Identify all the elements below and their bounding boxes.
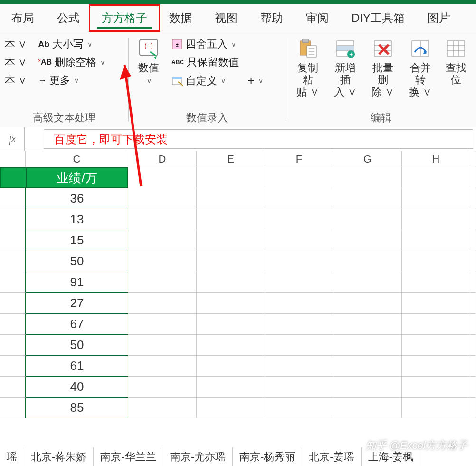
data-cell[interactable]: 50 (26, 335, 128, 356)
text-opt-3[interactable]: 本 ∨ (5, 73, 27, 87)
svg-text:±: ± (176, 42, 179, 48)
col-header[interactable]: G (333, 151, 402, 167)
formula-bar: fx 百度它，即可下载安装 (0, 127, 476, 151)
case-icon: Ab (38, 39, 49, 49)
sheet-tab[interactable]: 南京-尤亦瑶 (163, 447, 233, 466)
svg-text:(−): (−) (144, 42, 153, 49)
round-icon: ± (171, 39, 183, 50)
data-cell[interactable]: 61 (26, 356, 128, 377)
tab-review[interactable]: 审阅 (295, 10, 340, 26)
sheet-tab[interactable]: 南京-杨秀丽 (233, 447, 302, 466)
custom-icon (171, 75, 183, 87)
ribbon-tabs: 布局 公式 方方格子 数据 视图 帮助 审阅 DIY工具箱 图片 (0, 4, 476, 32)
tab-view[interactable]: 视图 (203, 10, 249, 26)
data-cell[interactable]: 50 (26, 251, 128, 272)
svg-rect-5 (172, 77, 182, 79)
sheet-tab[interactable]: 北京-姜瑶 (302, 447, 361, 466)
batch-delete-button[interactable]: 批量删除 ∨ (366, 35, 400, 100)
sheet-tab[interactable]: 南京-华兰兰 (94, 447, 163, 466)
number-icon: (−) (137, 37, 160, 60)
svg-rect-15 (337, 46, 354, 50)
more-button[interactable]: → 更多∨ (38, 73, 105, 87)
data-cell[interactable]: 27 (26, 293, 128, 314)
merge-icon (409, 37, 432, 60)
find-locate-button[interactable]: 查找位 (441, 35, 471, 88)
col-header[interactable]: C (26, 151, 128, 167)
col-header[interactable]: F (265, 151, 333, 167)
group-title-edit: 编辑 (291, 109, 471, 126)
clipboard-paste-icon (296, 37, 319, 60)
tab-ffgz[interactable]: 方方格子 (91, 7, 158, 29)
plus-button[interactable]: + (248, 73, 255, 88)
custom-button[interactable]: 自定义∨ +∨ (171, 73, 263, 88)
tab-formula[interactable]: 公式 (46, 10, 91, 26)
delete-x-icon (371, 37, 394, 60)
tab-data[interactable]: 数据 (158, 10, 203, 26)
fx-icon[interactable]: fx (0, 127, 25, 151)
round-button[interactable]: ± 四舍五入∨ (171, 37, 263, 51)
col-header[interactable]: D (128, 151, 197, 167)
insert-button[interactable]: + 新增插入 ∨ (328, 35, 362, 100)
formula-input[interactable]: 百度它，即可下载安装 (44, 129, 473, 149)
data-cell[interactable]: 13 (26, 209, 128, 230)
sheet-tab[interactable]: 北京-蒋朱娇 (24, 447, 94, 466)
tab-diy[interactable]: DIY工具箱 (340, 10, 416, 26)
svg-rect-7 (302, 39, 309, 43)
insert-row-icon: + (334, 37, 357, 60)
corner-cell[interactable] (0, 151, 26, 167)
tab-help[interactable]: 帮助 (249, 10, 295, 26)
tab-image[interactable]: 图片 (416, 10, 462, 26)
cell-header[interactable]: 业绩/万 (26, 167, 128, 188)
col-header[interactable]: H (402, 151, 470, 167)
case-button[interactable]: Ab 大小写∨ (38, 37, 105, 51)
find-icon (445, 37, 467, 60)
svg-text:+: + (349, 50, 352, 58)
ribbon: 本 ∨ 本 ∨ 本 ∨ Ab 大小写∨ ×AB 删除空格∨ → 更多∨ 高级文本 (0, 32, 476, 127)
copy-paste-button[interactable]: 复制粘贴 ∨ (291, 35, 324, 100)
sheet-tab[interactable]: 瑶 (0, 447, 24, 466)
col-header[interactable]: E (197, 151, 265, 167)
data-cell[interactable]: 91 (26, 272, 128, 293)
data-cell[interactable]: 67 (26, 314, 128, 335)
text-abc-icon: ABC (171, 59, 184, 66)
tab-layout[interactable]: 布局 (0, 10, 46, 26)
delete-space-button[interactable]: ×AB 删除空格∨ (38, 55, 105, 69)
merge-convert-button[interactable]: 合并转换 ∨ (403, 35, 437, 100)
data-cell[interactable]: 36 (26, 188, 128, 209)
group-title-text: 高级文本处理 (5, 109, 124, 126)
watermark: 知乎 @Excel方方格子 (366, 438, 467, 453)
data-cell[interactable]: 15 (26, 230, 128, 251)
arrow-right-icon: → (38, 76, 47, 86)
text-opt-2[interactable]: 本 ∨ (5, 55, 27, 69)
group-title-number: 数值录入 (133, 109, 281, 126)
keep-number-button[interactable]: ABC 只保留数值 (171, 55, 263, 69)
svg-rect-23 (447, 41, 465, 56)
col-header[interactable] (470, 151, 476, 167)
spreadsheet-grid[interactable]: C D E F G H 业绩/万3613155091276750614085 (0, 151, 476, 437)
number-button[interactable]: (−) 数值∨ (133, 35, 164, 88)
delete-space-icon: ×AB (38, 58, 52, 67)
text-opt-1[interactable]: 本 ∨ (5, 37, 27, 51)
data-cell[interactable]: 40 (26, 377, 128, 398)
data-cell[interactable]: 85 (26, 398, 128, 418)
